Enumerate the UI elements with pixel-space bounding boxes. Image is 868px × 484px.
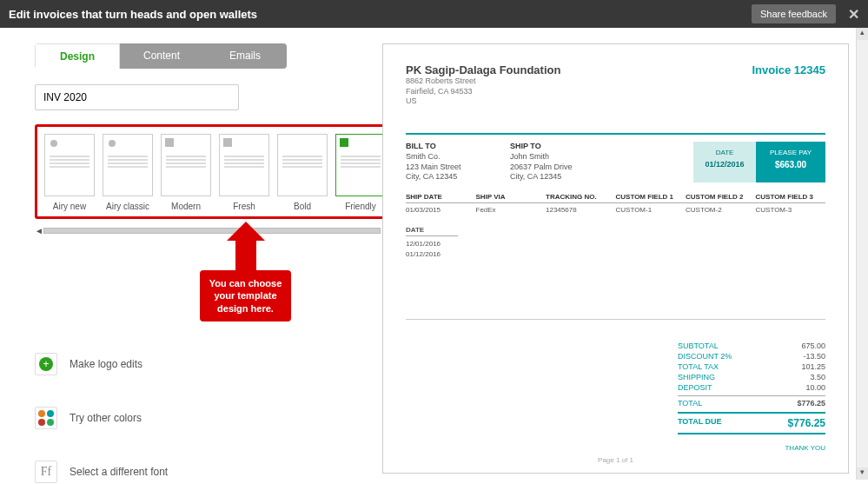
scroll-down-icon[interactable]: ▾	[857, 467, 868, 480]
option-label: Try other colors	[70, 412, 142, 424]
plus-icon: +	[39, 357, 53, 371]
invoice-preview: PK Sagip-Dalaga Foundation 8862 Roberts …	[382, 43, 849, 474]
font-icon: Ff	[41, 465, 51, 479]
template-modern[interactable]: Modern	[161, 134, 211, 211]
design-panel: Design Content Emails Airy new Airy clas…	[0, 28, 382, 484]
template-label: Airy new	[44, 202, 95, 211]
window-titlebar: Edit invoices that turn heads and open w…	[0, 0, 868, 28]
company-address: 8862 Roberts StreetFairfield, CA 94533US	[406, 76, 560, 107]
date-list: DATE 12/01/2016 01/12/2016	[406, 226, 458, 258]
template-airy-classic[interactable]: Airy classic	[103, 134, 153, 211]
page-indicator: Page 1 of 1	[598, 456, 633, 464]
window-title: Edit invoices that turn heads and open w…	[9, 8, 257, 21]
template-friendly[interactable]: Friendly	[335, 134, 386, 211]
template-fresh[interactable]: Fresh	[219, 134, 269, 211]
billto-label: BILL TO	[406, 142, 510, 150]
detail-columns: SHIP DATE01/03/2015 SHIP VIAFedEx TRACKI…	[406, 193, 825, 214]
chevron-left-icon[interactable]: ◄	[35, 226, 43, 235]
annotation-callout: You can choose your template design here…	[200, 241, 291, 322]
template-label: Fresh	[219, 202, 269, 211]
option-font[interactable]: Ff Select a different font	[35, 461, 382, 483]
shipto-label: SHIP TO	[510, 142, 614, 150]
please-pay-box: PLEASE PAY$663.00	[756, 142, 825, 182]
template-label: Airy classic	[103, 202, 153, 211]
template-bold[interactable]: Bold	[277, 134, 328, 211]
tab-bar: Design Content Emails	[35, 43, 287, 69]
tab-design[interactable]: Design	[35, 43, 120, 69]
tab-emails[interactable]: Emails	[203, 43, 287, 69]
callout-text: You can choose your template design here…	[200, 270, 291, 322]
close-icon[interactable]: ✕	[848, 6, 859, 23]
thank-you: THANK YOU	[785, 444, 825, 452]
template-label: Modern	[161, 202, 211, 211]
template-scrollbar[interactable]: ◄ ►	[35, 226, 389, 235]
scroll-up-icon[interactable]: ▴	[857, 28, 868, 40]
template-label: Friendly	[335, 202, 386, 211]
option-logo[interactable]: + Make logo edits	[35, 353, 382, 375]
option-colors[interactable]: Try other colors	[35, 407, 382, 429]
share-feedback-button[interactable]: Share feedback	[752, 4, 836, 23]
arrow-up-icon	[227, 222, 265, 241]
template-name-input[interactable]	[35, 84, 239, 110]
option-label: Select a different font	[70, 466, 168, 478]
date-box: DATE01/12/2016	[693, 142, 756, 182]
template-airy-new[interactable]: Airy new	[44, 134, 95, 211]
tab-content[interactable]: Content	[120, 43, 203, 69]
palette-icon	[38, 410, 54, 426]
option-label: Make logo edits	[70, 358, 142, 370]
company-name: PK Sagip-Dalaga Foundation	[406, 63, 560, 76]
template-label: Bold	[277, 202, 328, 211]
invoice-number: Invoice 12345	[752, 63, 825, 107]
vertical-scrollbar[interactable]: ▴ ▾	[856, 28, 868, 480]
totals-block: SUBTOTAL675.00 DISCOUNT 2%-13.50 TOTAL T…	[678, 341, 825, 434]
template-picker: Airy new Airy classic Modern Fresh Bold …	[35, 124, 389, 219]
